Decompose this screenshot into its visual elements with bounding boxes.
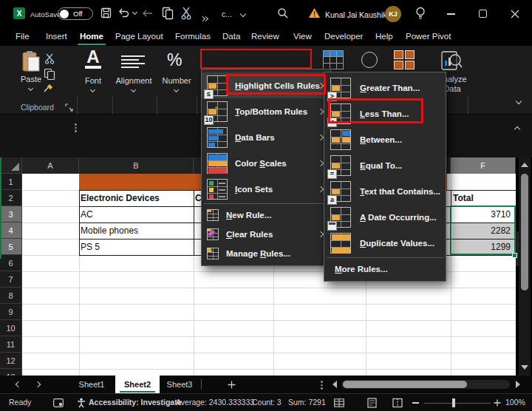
paste-label[interactable]: Paste bbox=[18, 75, 44, 84]
paste-icon[interactable] bbox=[21, 50, 41, 72]
undo-icon[interactable] bbox=[118, 7, 130, 18]
accessibility-icon[interactable] bbox=[77, 398, 86, 408]
number-format-icon[interactable]: % bbox=[167, 50, 182, 70]
menu-item-duplicate-values[interactable]: Duplicate Values... bbox=[324, 230, 446, 256]
cell-b4[interactable]: Mobile phones bbox=[81, 223, 191, 239]
avatar[interactable]: KJ bbox=[385, 6, 401, 22]
cell-b3[interactable]: AC bbox=[81, 206, 191, 223]
column-header-b[interactable]: B bbox=[79, 157, 194, 174]
row-header-11[interactable]: 11 bbox=[0, 336, 22, 353]
menu-tab-help[interactable]: Help bbox=[375, 32, 393, 41]
menu-item-more-rules[interactable]: More Rules... bbox=[324, 259, 446, 279]
back-arrow-icon[interactable] bbox=[142, 9, 154, 18]
close-button[interactable] bbox=[511, 10, 519, 18]
menu-tab-page-layout[interactable]: Page Layout bbox=[115, 32, 163, 41]
ribbon-copy-icon[interactable] bbox=[44, 68, 55, 81]
row-header-4[interactable]: 4 bbox=[0, 223, 22, 239]
clipboard-dialog-launcher-icon[interactable] bbox=[65, 103, 73, 112]
macro-record-icon[interactable] bbox=[53, 398, 64, 407]
number-group-chevron-icon[interactable] bbox=[174, 87, 179, 92]
alignment-group-chevron-icon[interactable] bbox=[131, 87, 136, 92]
save-icon[interactable] bbox=[100, 7, 112, 18]
cell-c2[interactable]: C bbox=[195, 190, 201, 206]
selection-fill-handle[interactable] bbox=[512, 253, 517, 258]
cell-b5[interactable]: PS 5 bbox=[81, 239, 191, 255]
alignment-icon[interactable] bbox=[121, 53, 145, 70]
zoom-slider-track[interactable] bbox=[424, 403, 491, 404]
menu-item-equal-to[interactable]: =Equal To... bbox=[324, 152, 446, 178]
row-header-2[interactable]: 2 bbox=[0, 190, 22, 206]
row-header-10[interactable]: 10 bbox=[0, 320, 22, 336]
row-header-1[interactable]: 1 bbox=[0, 174, 22, 190]
row-header-7[interactable]: 7 bbox=[0, 271, 22, 288]
sheet-tab-sheet2[interactable]: Sheet2 bbox=[115, 376, 160, 393]
page-break-preview-icon[interactable] bbox=[392, 398, 403, 408]
horizontal-scrollbar-track[interactable] bbox=[341, 380, 510, 389]
cell-styles-icon[interactable] bbox=[394, 50, 415, 69]
number-group-button[interactable]: Number bbox=[158, 76, 195, 85]
document-title[interactable]: c... bbox=[222, 10, 232, 18]
sheet-tab-sheet3[interactable]: Sheet3 bbox=[161, 376, 198, 393]
row-header-5[interactable]: 5 bbox=[0, 239, 22, 255]
zoom-level[interactable]: 100% bbox=[505, 398, 525, 407]
ideas-lightbulb-icon[interactable] bbox=[415, 7, 426, 21]
cell-b2[interactable]: Electronic Devices bbox=[81, 190, 191, 206]
menu-item-color-scales[interactable]: Color Scales bbox=[202, 150, 330, 176]
shape-circle-icon[interactable] bbox=[361, 52, 378, 68]
menu-item-greater-than[interactable]: >Greater Than... bbox=[324, 75, 446, 101]
menu-tab-formulas[interactable]: Formulas bbox=[175, 32, 211, 41]
maximize-button[interactable] bbox=[479, 10, 487, 18]
menu-tab-power-pivot[interactable]: Power Pivot bbox=[406, 32, 451, 41]
accessibility-status[interactable]: Accessibility: Investigate bbox=[89, 398, 181, 407]
menu-item-icon-sets[interactable]: Icon Sets bbox=[202, 176, 330, 202]
sheet-tab-sheet1[interactable]: Sheet1 bbox=[74, 376, 109, 393]
row-header-12[interactable]: 12 bbox=[0, 353, 22, 369]
paste-dropdown-icon[interactable] bbox=[28, 86, 33, 91]
minimize-button[interactable] bbox=[447, 13, 455, 15]
warning-icon[interactable] bbox=[308, 7, 321, 18]
menu-item-clear-rules[interactable]: Clear Rules bbox=[202, 225, 330, 244]
menu-tab-view[interactable]: View bbox=[293, 32, 312, 41]
horizontal-scrollbar-thumb[interactable] bbox=[343, 381, 467, 388]
expand-formula-bar-icon[interactable] bbox=[514, 126, 520, 132]
vscroll-down-arrow[interactable] bbox=[521, 365, 528, 370]
zoom-slider-thumb[interactable] bbox=[452, 398, 455, 407]
hscroll-right-arrow[interactable] bbox=[516, 381, 520, 388]
qat-overflow-icon[interactable] bbox=[201, 10, 208, 24]
format-as-table-icon[interactable] bbox=[323, 50, 344, 69]
search-icon[interactable] bbox=[277, 7, 289, 19]
cell-f2[interactable]: Total bbox=[453, 190, 512, 206]
autosave-toggle[interactable]: Off bbox=[58, 7, 93, 20]
undo-dropdown-icon[interactable] bbox=[132, 10, 137, 15]
collapse-ribbon-icon[interactable] bbox=[516, 98, 522, 104]
menu-tab-review[interactable]: Review bbox=[251, 32, 279, 41]
tabs-overflow-dots[interactable] bbox=[321, 379, 323, 391]
font-group-button[interactable]: Font bbox=[78, 76, 108, 85]
menu-item-data-bars[interactable]: Data Bars bbox=[202, 124, 330, 150]
menu-item-highlight-cells-rules[interactable]: ≤Highlight Cells Rules bbox=[202, 72, 330, 98]
menu-item-text-that-contains[interactable]: aText that Contains... bbox=[324, 178, 446, 204]
user-name[interactable]: Kunal Jai Kaushik bbox=[325, 10, 386, 19]
doc-title-dropdown-icon[interactable] bbox=[240, 11, 246, 17]
zoom-in-button[interactable] bbox=[494, 399, 501, 407]
select-all-corner[interactable] bbox=[0, 157, 22, 174]
new-sheet-button[interactable] bbox=[228, 381, 236, 389]
copy-icon[interactable] bbox=[162, 7, 174, 20]
menu-item-less-than[interactable]: <Less Than... bbox=[324, 101, 446, 126]
menu-item-new-rule[interactable]: New Rule... bbox=[202, 206, 330, 225]
row-header-9[interactable]: 9 bbox=[0, 304, 22, 320]
font-group-chevron-icon[interactable] bbox=[90, 87, 95, 92]
column-header-a[interactable]: A bbox=[22, 157, 79, 174]
cut-icon[interactable] bbox=[181, 7, 192, 20]
menu-tab-insert[interactable]: Insert bbox=[46, 32, 67, 41]
page-layout-view-icon[interactable] bbox=[367, 398, 377, 408]
vertical-scrollbar-thumb[interactable] bbox=[521, 174, 528, 291]
menu-item-between[interactable]: Between... bbox=[324, 126, 446, 152]
menu-tab-home[interactable]: Home bbox=[80, 32, 103, 41]
format-painter-icon[interactable] bbox=[43, 83, 56, 95]
formula-bar-divider-dots[interactable] bbox=[75, 122, 77, 134]
vscroll-up-arrow[interactable] bbox=[521, 163, 528, 167]
menu-tab-data[interactable]: Data bbox=[222, 32, 240, 41]
row-header-8[interactable]: 8 bbox=[0, 288, 22, 304]
font-icon[interactable]: A bbox=[84, 49, 102, 69]
